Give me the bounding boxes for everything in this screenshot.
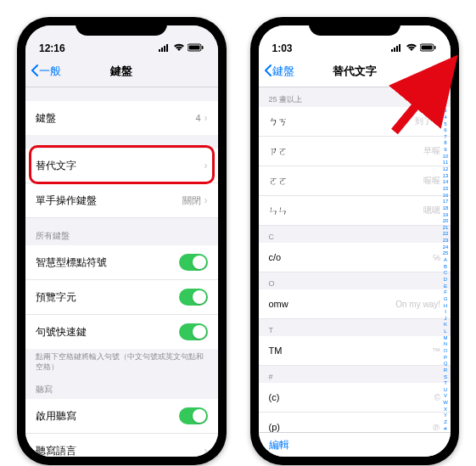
- index-letter[interactable]: 7: [441, 134, 450, 139]
- index-letter[interactable]: 13: [441, 173, 450, 178]
- index-letter[interactable]: O: [441, 348, 450, 353]
- index-letter[interactable]: 19: [441, 212, 450, 217]
- replacement-list[interactable]: 25 畫以上 ㄅㄎ到了！ㄗㄛ早喔ㄛㄛ喔喔ㄣㄣ嗯嗯 C c/o℅ O omwOn …: [259, 87, 451, 432]
- index-letter[interactable]: Q: [441, 361, 450, 366]
- index-letter[interactable]: 23: [441, 238, 450, 243]
- shortcut-text: ㄅㄎ: [269, 115, 416, 128]
- index-letter[interactable]: Y: [441, 413, 450, 418]
- back-label: 一般: [39, 64, 61, 79]
- list-item[interactable]: (c)©: [259, 383, 451, 413]
- index-letter[interactable]: G: [441, 296, 450, 301]
- list-item[interactable]: (p)℗: [259, 413, 451, 432]
- index-letter[interactable]: W: [441, 400, 450, 405]
- screen-left: 12:16 一般 鍵盤: [25, 25, 218, 457]
- list-item[interactable]: c/o℅: [259, 243, 451, 272]
- row-label: 單手操作鍵盤: [36, 194, 182, 208]
- index-letter[interactable]: 12: [441, 166, 450, 171]
- index-letter[interactable]: 2: [441, 102, 450, 107]
- row-keyboards[interactable]: 鍵盤 4 ›: [25, 101, 218, 135]
- index-letter[interactable]: 9: [441, 147, 450, 152]
- index-letter[interactable]: E: [441, 284, 450, 289]
- wifi-icon: [406, 42, 417, 54]
- toggle-on-icon[interactable]: [179, 323, 208, 340]
- phrase-text: 嗯嗯: [423, 205, 440, 216]
- row-enable-dictation[interactable]: 啟用聽寫: [25, 399, 218, 434]
- index-letter[interactable]: S: [441, 374, 450, 379]
- index-letter[interactable]: H: [441, 303, 450, 308]
- index-letter[interactable]: U: [441, 387, 450, 392]
- chevron-left-icon: [31, 65, 39, 79]
- group-keyboards: 鍵盤 4 ›: [25, 101, 218, 135]
- index-letter[interactable]: P: [441, 355, 450, 360]
- row-text-replacement[interactable]: 替代文字 ›: [25, 149, 218, 183]
- settings-list[interactable]: 鍵盤 4 › 替代文字 › 單手操作鍵盤 關閉 › 所有鍵盤: [25, 87, 218, 457]
- index-letter[interactable]: 15: [441, 186, 450, 191]
- index-letter[interactable]: N: [441, 341, 450, 346]
- index-letter[interactable]: 6: [441, 127, 450, 132]
- index-letter[interactable]: #: [441, 426, 450, 431]
- index-letter[interactable]: 20: [441, 218, 450, 223]
- index-letter[interactable]: D: [441, 277, 450, 282]
- index-letter[interactable]: B: [441, 264, 450, 269]
- index-letter[interactable]: 11: [441, 160, 450, 165]
- list-item[interactable]: ㄣㄣ嗯嗯: [259, 196, 451, 226]
- index-letter[interactable]: 4: [441, 115, 450, 120]
- phone-right: 1:03 鍵盤 替代文字 +: [250, 17, 460, 465]
- index-letter[interactable]: Z: [441, 419, 450, 424]
- list-section-header: T: [259, 319, 451, 336]
- svg-rect-1: [161, 48, 163, 52]
- index-letter[interactable]: 1: [441, 95, 450, 100]
- add-button[interactable]: +: [432, 62, 442, 81]
- index-letter[interactable]: 3: [441, 108, 450, 113]
- back-button[interactable]: 鍵盤: [264, 64, 294, 79]
- svg-rect-0: [159, 49, 160, 52]
- index-letter[interactable]: J: [441, 316, 450, 321]
- index-letter[interactable]: 25: [441, 250, 450, 255]
- back-button[interactable]: 一般: [31, 64, 61, 79]
- shortcut-text: ㄣㄣ: [269, 205, 424, 217]
- index-letter[interactable]: 17: [441, 199, 450, 204]
- index-letter[interactable]: T: [441, 380, 450, 385]
- index-letter[interactable]: K: [441, 322, 450, 327]
- toggle-on-icon[interactable]: [179, 289, 208, 306]
- index-letter[interactable]: 22: [441, 231, 450, 236]
- index-letter[interactable]: 5: [441, 121, 450, 126]
- phrase-text: On my way!: [395, 300, 440, 309]
- index-letter[interactable]: F: [441, 289, 450, 295]
- index-letter[interactable]: C: [441, 270, 450, 275]
- list-item[interactable]: ㄗㄛ早喔: [259, 137, 451, 166]
- index-letter[interactable]: 21: [441, 225, 450, 230]
- index-letter[interactable]: 24: [441, 244, 450, 250]
- phrase-text: 到了！: [415, 115, 440, 127]
- row-dictation-languages[interactable]: 聽寫語言 ›: [25, 434, 218, 457]
- index-bar[interactable]: 1234567891011121314151617181920212223242…: [441, 95, 450, 431]
- index-letter[interactable]: M: [441, 335, 450, 340]
- index-letter[interactable]: 10: [441, 154, 450, 159]
- status-icons: [159, 42, 204, 54]
- row-character-preview[interactable]: 預覽字元: [25, 280, 218, 315]
- index-letter[interactable]: 16: [441, 193, 450, 198]
- index-letter[interactable]: L: [441, 328, 450, 334]
- index-letter[interactable]: R: [441, 368, 450, 373]
- index-letter[interactable]: 8: [441, 140, 450, 145]
- index-letter[interactable]: 14: [441, 179, 450, 184]
- list-item[interactable]: omwOn my way!: [259, 289, 451, 319]
- index-letter[interactable]: I: [441, 309, 450, 314]
- shortcut-text: ㄛㄛ: [269, 175, 424, 188]
- index-letter[interactable]: A: [441, 257, 450, 262]
- index-letter[interactable]: V: [441, 393, 450, 398]
- toggle-on-icon[interactable]: [179, 254, 208, 271]
- edit-button[interactable]: 編輯: [269, 438, 289, 452]
- list-item[interactable]: ㄅㄎ到了！: [259, 107, 451, 137]
- row-smart-punctuation[interactable]: 智慧型標點符號: [25, 245, 218, 280]
- list-section-header: O: [259, 272, 451, 289]
- index-letter[interactable]: X: [441, 407, 450, 412]
- list-item[interactable]: TM™: [259, 336, 451, 366]
- row-label: 句號快速鍵: [36, 325, 179, 340]
- toggle-on-icon[interactable]: [179, 407, 208, 424]
- row-period-shortcut[interactable]: 句號快速鍵: [25, 315, 218, 349]
- group-text: 替代文字 › 單手操作鍵盤 關閉 ›: [25, 149, 218, 218]
- list-item[interactable]: ㄛㄛ喔喔: [259, 166, 451, 196]
- row-one-handed[interactable]: 單手操作鍵盤 關閉 ›: [25, 183, 218, 218]
- index-letter[interactable]: 18: [441, 205, 450, 211]
